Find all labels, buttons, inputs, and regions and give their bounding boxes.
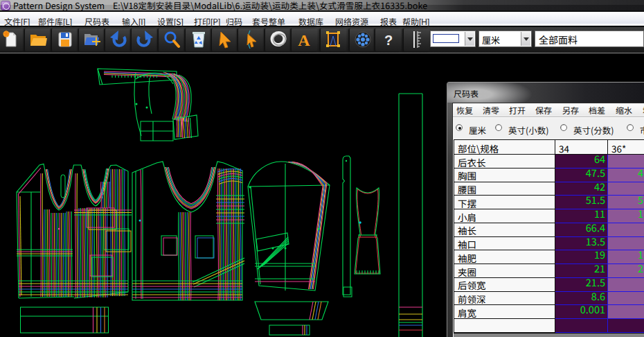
svg-text:?: ? — [384, 33, 393, 48]
svg-text:A: A — [298, 31, 310, 49]
